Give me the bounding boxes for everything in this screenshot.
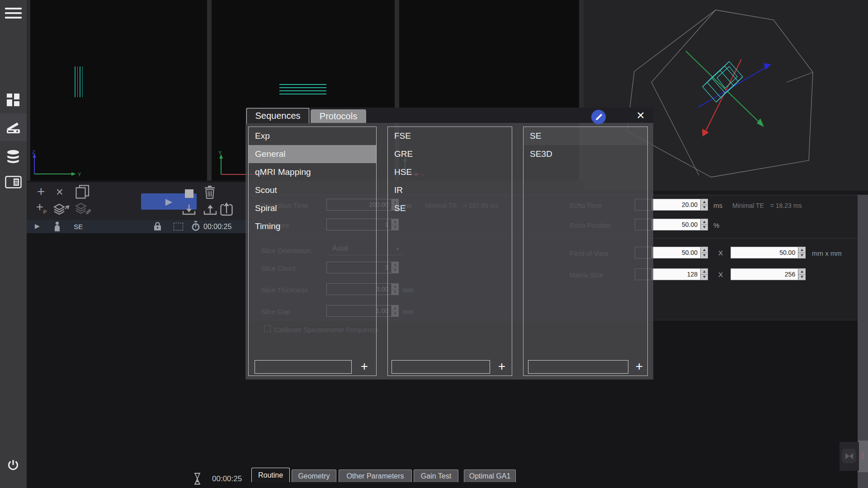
axis-gizmo-zy: Z Y [29,149,115,178]
echo-position-unit: % [713,221,719,229]
spinner[interactable] [700,219,708,230]
viewport-1[interactable]: Z Y [30,0,207,181]
matrix-y-field[interactable]: 256 [731,268,806,280]
scan-timer: 00:00:25 [212,474,242,483]
add-point-icon[interactable]: +P [36,201,47,215]
slice-line [279,90,326,91]
spinner[interactable] [798,269,805,280]
skip-icon [844,452,854,460]
publish-icon[interactable] [220,202,233,216]
list-item[interactable]: Spiral [249,199,376,217]
lock-icon[interactable] [154,221,161,231]
media-shortcut-button[interactable] [842,449,856,463]
echo-time-unit: ms [713,202,722,209]
dashboard-icon[interactable] [6,93,20,107]
fov-unit: mm x mm [812,249,842,257]
sidebar [0,0,27,488]
layers-export-icon[interactable] [53,203,70,216]
duplicate-icon[interactable] [75,185,90,199]
matrix-separator: X [718,271,723,278]
spinner[interactable] [700,269,708,280]
axis-label-z: Z [32,150,35,155]
pencil-icon [595,113,603,121]
play-icon: ▶ [165,196,172,207]
sequence-play-icon[interactable]: ▶ [35,222,40,230]
layers-edit-icon[interactable] [75,202,93,215]
tab-routine[interactable]: Routine [251,468,290,482]
add-variant-button[interactable]: + [633,360,645,374]
spinner[interactable] [798,247,805,258]
sequence-family-list: FSE GRE HSE IR SE [387,127,512,376]
fov-y-field[interactable]: 50.00 [731,247,806,258]
slice-line [75,66,75,97]
menu-icon[interactable] [5,8,22,19]
list-item[interactable]: Timing [249,217,376,235]
slice-line [82,66,83,97]
list-item[interactable]: qMRI Mapping [249,163,376,181]
slice-stack [703,61,743,102]
tab-optimal-ga1[interactable]: Optimal GA1 [464,469,516,482]
database-icon[interactable] [6,150,20,164]
hourglass-icon [194,473,201,485]
list-item[interactable]: HSE [388,163,512,181]
news-icon[interactable] [5,176,22,188]
app-window: Z Y Y X Y x [0,0,868,488]
user-icon [54,221,60,232]
spinner[interactable] [700,199,708,210]
new-variant-input[interactable] [528,360,628,374]
slice-line [80,66,80,97]
add-icon[interactable]: + [37,185,45,198]
new-family-input[interactable] [392,360,490,374]
delete-icon[interactable] [204,186,215,199]
sequence-name: SE [74,223,83,230]
list-item[interactable]: IR [388,181,512,199]
spinner[interactable] [700,247,708,258]
sequence-duration: 00:00:25 [203,223,231,231]
download-icon[interactable] [182,204,196,215]
add-family-button[interactable]: + [496,360,508,374]
close-icon[interactable]: × [634,109,647,122]
tab-sequences[interactable]: Sequences [246,108,309,123]
fov-separator: X [718,249,723,257]
remove-icon[interactable]: × [56,186,63,198]
tab-other-parameters[interactable]: Other Parameters [339,469,412,482]
list-item[interactable]: Scout [249,181,376,199]
tab-protocols[interactable]: Protocols [311,109,366,123]
right-scroll-thumb[interactable] [858,441,868,472]
stop-button[interactable] [185,189,193,198]
list-item-selected[interactable]: General [249,145,376,163]
list-item[interactable]: FSE [388,127,512,145]
scanner-icon[interactable] [6,122,21,134]
edit-button[interactable] [591,110,606,124]
tab-gain-test[interactable]: Gain Test [414,469,458,482]
list-item-selected[interactable]: SE [524,127,647,145]
upload-icon[interactable] [203,204,217,215]
minimal-te-hint: Minimal TE= 18.23 ms [732,202,802,209]
selection-box-icon[interactable] [174,223,183,230]
sequence-variant-list: SE SE3D [523,127,648,376]
slice-line [279,94,326,94]
power-icon[interactable] [6,459,20,473]
slice-line [279,87,326,88]
strip-dot [862,453,863,454]
sequence-category-list: Exp General qMRI Mapping Scout Spiral Ti… [248,127,377,376]
new-category-input[interactable] [255,360,352,374]
strip-dot [862,457,863,459]
slice-line [77,66,78,97]
left-lower-area [27,233,248,488]
axis-label-y: Y [218,150,222,155]
list-item[interactable]: SE [388,199,512,217]
list-item[interactable]: Exp [249,127,376,145]
slice-line [279,84,326,85]
tab-geometry[interactable]: Geometry [292,469,336,482]
strip-dot [862,455,863,456]
list-item[interactable]: GRE [388,145,512,163]
add-category-button[interactable]: + [359,360,370,374]
axis-label-y: Y [78,172,81,177]
stopwatch-icon [191,221,200,231]
list-item[interactable]: SE3D [524,145,647,163]
